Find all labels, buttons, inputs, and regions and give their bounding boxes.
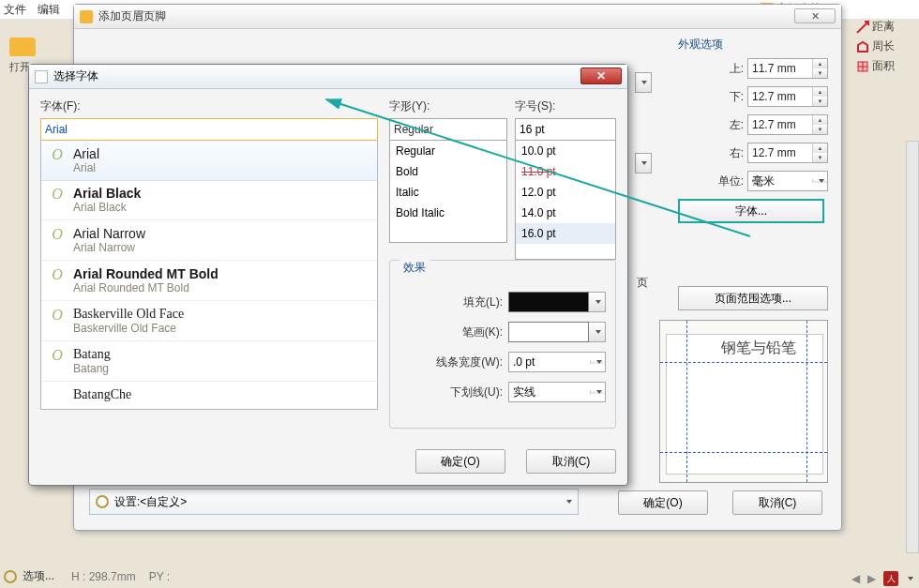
right-tools: 距离 周长 面积 bbox=[855, 19, 915, 78]
spin-up-icon[interactable]: ▲ bbox=[812, 59, 827, 68]
area-label: 面积 bbox=[872, 58, 895, 74]
stroke-swatch[interactable] bbox=[508, 322, 589, 342]
font-item-arial-narrow[interactable]: OArial NarrowArial Narrow bbox=[41, 220, 377, 261]
titlebar[interactable]: 选择字体 ✕ bbox=[29, 65, 627, 89]
underline-select[interactable]: 实线 bbox=[508, 382, 606, 402]
size-input[interactable] bbox=[515, 118, 616, 141]
size-item[interactable]: 14.0 pt bbox=[516, 203, 615, 223]
linewidth-label: 线条宽度(W): bbox=[390, 354, 503, 370]
style-item[interactable]: Regular bbox=[390, 141, 506, 161]
perimeter-icon bbox=[855, 39, 870, 54]
tool-perimeter[interactable]: 周长 bbox=[855, 38, 915, 54]
settings-bar[interactable]: 设置: <自定义> bbox=[89, 489, 579, 515]
cancel-button[interactable]: 取消(C) bbox=[526, 449, 616, 474]
chevron-down-icon bbox=[641, 81, 647, 84]
status-options[interactable]: 选项... H : 298.7mm PY : bbox=[4, 568, 170, 584]
style-item[interactable]: Bold bbox=[390, 161, 506, 182]
font-list[interactable]: OArialArial OArial BlackArial Black OAri… bbox=[40, 140, 378, 410]
style-item[interactable]: Italic bbox=[390, 182, 506, 203]
otype-icon: O bbox=[49, 186, 66, 208]
font-item-arial-black[interactable]: OArial BlackArial Black bbox=[41, 180, 377, 220]
margin-left-spin[interactable]: 12.7 mm▲▼ bbox=[747, 114, 828, 135]
close-button[interactable]: ✕ bbox=[794, 8, 836, 23]
chevron-down-icon bbox=[595, 300, 601, 304]
spin-down-icon[interactable]: ▼ bbox=[812, 97, 827, 106]
chevron-down-icon bbox=[590, 360, 605, 364]
linewidth-select[interactable]: .0 pt bbox=[508, 352, 606, 372]
font-item-baskerville[interactable]: OBaskerville Old FaceBaskerville Old Fac… bbox=[41, 301, 377, 341]
tool-area[interactable]: 面积 bbox=[855, 58, 915, 74]
cancel-button[interactable]: 取消(C) bbox=[732, 490, 822, 515]
size-item[interactable]: 11.0 pt bbox=[516, 161, 615, 182]
pdf-icon[interactable]: 人 bbox=[883, 571, 898, 586]
margin-bottom-spin[interactable]: 12.7 mm▲▼ bbox=[747, 86, 828, 107]
settings-label: 设置: bbox=[114, 494, 140, 510]
preview-text: 钢笔与铅笔 bbox=[721, 339, 796, 358]
close-button[interactable]: ✕ bbox=[580, 68, 622, 84]
size-item[interactable]: 16.0 pt bbox=[516, 223, 615, 244]
margin-top-spin[interactable]: 11.7 mm▲▼ bbox=[747, 58, 828, 79]
size-column: 字号(S): 10.0 pt 11.0 pt 12.0 pt 14.0 pt 1… bbox=[515, 98, 616, 260]
fill-dd[interactable] bbox=[589, 292, 606, 312]
ok-button[interactable]: 确定(O) bbox=[618, 490, 708, 515]
dialog-buttons: 确定(O) 取消(C) bbox=[40, 449, 616, 474]
status-right: ◀ ▶ 人 bbox=[851, 571, 913, 586]
font-item-batang[interactable]: OBatangBatang bbox=[41, 341, 377, 382]
underline-value: 实线 bbox=[509, 384, 590, 400]
combo-chevron[interactable] bbox=[635, 72, 652, 93]
appearance-group: 外观选项 上: 11.7 mm▲▼ 下: 12.7 mm▲▼ 左: 12.7 m… bbox=[678, 37, 828, 249]
spin-up-icon[interactable]: ▲ bbox=[812, 115, 827, 125]
spin-up-icon[interactable]: ▲ bbox=[812, 143, 827, 153]
menu-file[interactable]: 文件 bbox=[4, 2, 26, 18]
ok-label: 确定(O) bbox=[441, 454, 479, 470]
group-title: 外观选项 bbox=[678, 37, 828, 53]
font-secondary: Arial Black bbox=[73, 201, 141, 214]
spin-up-icon[interactable]: ▲ bbox=[812, 87, 827, 97]
page-range-button[interactable]: 页面范围选项... bbox=[678, 286, 828, 310]
margin-top-value: 11.7 mm bbox=[748, 62, 812, 75]
spin-down-icon[interactable]: ▼ bbox=[812, 68, 827, 78]
tool-distance[interactable]: 距离 bbox=[855, 19, 915, 35]
chevron-down-icon bbox=[590, 390, 605, 394]
tab-page-suffix: 页 bbox=[637, 275, 648, 291]
fill-swatch[interactable] bbox=[508, 292, 589, 312]
font-secondary: Arial bbox=[73, 161, 99, 174]
otype-icon: O bbox=[49, 347, 66, 369]
style-column: 字形(Y): Regular Bold Italic Bold Italic bbox=[389, 98, 507, 243]
margin-right-spin[interactable]: 12.7 mm▲▼ bbox=[747, 143, 828, 163]
unit-select[interactable]: 毫米 bbox=[747, 171, 828, 191]
font-button[interactable]: 字体... bbox=[678, 199, 824, 223]
otype-icon: O bbox=[49, 226, 66, 249]
stroke-dd[interactable] bbox=[589, 322, 606, 342]
perimeter-label: 周长 bbox=[872, 38, 895, 54]
preview-area: 钢笔与铅笔 bbox=[659, 320, 828, 483]
app-icon bbox=[80, 10, 93, 23]
font-item-batangche[interactable]: BatangChe bbox=[41, 382, 377, 410]
size-item[interactable]: 10.0 pt bbox=[516, 141, 615, 161]
font-item-arial[interactable]: OArialArial bbox=[40, 140, 378, 181]
style-list[interactable]: Regular Bold Italic Bold Italic bbox=[389, 140, 507, 243]
font-item-arial-rounded[interactable]: OArial Rounded MT BoldArial Rounded MT B… bbox=[41, 261, 377, 301]
prev-icon[interactable]: ◀ bbox=[851, 572, 860, 585]
size-list[interactable]: 10.0 pt 11.0 pt 12.0 pt 14.0 pt 16.0 pt bbox=[515, 140, 616, 260]
effects-group: 效果 填充(L): 笔画(K): 线条宽度(W): .0 pt 下划线(U): … bbox=[389, 260, 616, 429]
ok-button[interactable]: 确定(O) bbox=[415, 449, 505, 474]
next-icon[interactable]: ▶ bbox=[867, 572, 876, 585]
unit-value: 毫米 bbox=[748, 173, 812, 189]
scrollbar[interactable] bbox=[906, 141, 919, 553]
style-input[interactable] bbox=[389, 118, 507, 141]
size-item[interactable]: 12.0 pt bbox=[516, 182, 615, 203]
chevron-down-icon[interactable] bbox=[908, 577, 913, 580]
style-item[interactable]: Bold Italic bbox=[390, 203, 506, 223]
titlebar[interactable]: 添加页眉页脚 ✕ bbox=[74, 5, 841, 29]
ok-label: 确定(O) bbox=[643, 495, 682, 511]
dialog-title: 添加页眉页脚 bbox=[98, 8, 166, 24]
menu-edit[interactable]: 编辑 bbox=[38, 2, 60, 18]
margin-right-label: 右: bbox=[719, 145, 744, 161]
font-input[interactable] bbox=[40, 118, 378, 141]
gear-icon bbox=[96, 495, 109, 508]
dialog-title: 选择字体 bbox=[53, 68, 98, 84]
spin-down-icon[interactable]: ▼ bbox=[812, 153, 827, 162]
combo-chevron[interactable] bbox=[635, 153, 652, 173]
spin-down-icon[interactable]: ▼ bbox=[812, 125, 827, 134]
